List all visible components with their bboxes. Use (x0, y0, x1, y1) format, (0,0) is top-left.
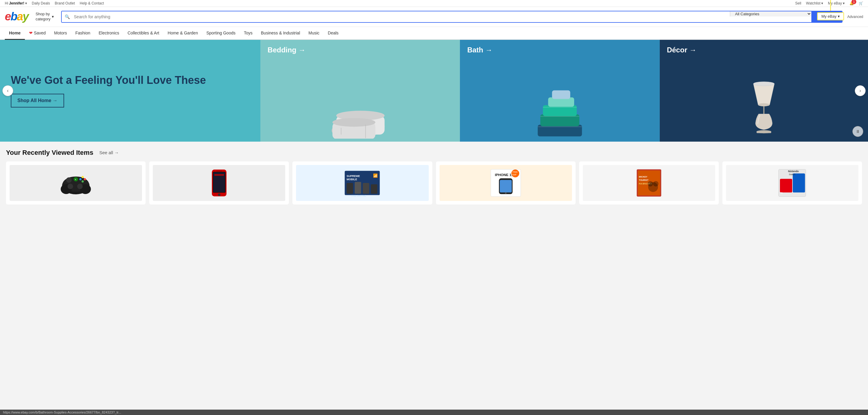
svg-text:✕: ✕ (74, 179, 76, 181)
svg-rect-39 (216, 170, 222, 171)
decor-image (660, 54, 868, 141)
svg-text:FREE SHIPPING: FREE SHIPPING (351, 195, 366, 196)
top-bar-left: Hi Jennifer!▾ Daily Deals Brand Outlet H… (5, 1, 104, 5)
svg-point-35 (77, 184, 83, 189)
brand-outlet-link[interactable]: Brand Outlet (55, 1, 75, 5)
list-item[interactable]: SUPREME MOBILE 📶 FREE SHIPPING (292, 161, 432, 204)
item-image-iphone-red (153, 165, 285, 201)
svg-rect-47 (355, 182, 361, 194)
xbox-controller-icon: ✕ (59, 170, 92, 195)
recently-viewed-items: ✕ (6, 161, 862, 204)
svg-point-66 (653, 181, 658, 186)
svg-rect-12 (543, 105, 577, 116)
svg-text:📶: 📶 (373, 173, 378, 178)
nav-saved[interactable]: ❤ Saved (25, 27, 50, 40)
watchlist-label: Watchlist (806, 1, 820, 5)
top-bar: Hi Jennifer!▾ Daily Deals Brand Outlet H… (0, 0, 868, 7)
svg-rect-46 (347, 183, 353, 194)
cart-icon[interactable]: 🛒 (859, 1, 863, 5)
daily-deals-link[interactable]: Daily Deals (32, 1, 50, 5)
nav-collectibles[interactable]: Collectibles & Art (123, 27, 164, 40)
svg-text:TOURIST: TOURIST (639, 179, 648, 182)
nav-toys[interactable]: Toys (240, 27, 257, 40)
hero-headline: We've Got a Feeling You'll Love These (11, 74, 250, 87)
bedding-label: Bedding → (260, 40, 460, 54)
svg-point-31 (66, 177, 72, 183)
ebay-logo[interactable]: ebay (5, 10, 28, 23)
greeting[interactable]: Hi Jennifer!▾ (5, 1, 27, 5)
svg-text:Switch: Switch (789, 173, 795, 175)
hero-decor-panel[interactable]: Décor → (660, 40, 868, 141)
my-ebay-highlight-label: My eBay (821, 14, 837, 19)
svg-point-38 (218, 193, 220, 196)
svg-rect-68 (780, 179, 792, 192)
nav-fashion[interactable]: Fashion (71, 27, 94, 40)
nav-sporting-goods[interactable]: Sporting Goods (202, 27, 240, 40)
recently-viewed-section: Your Recently Viewed Items See all → (0, 141, 868, 209)
list-item[interactable]: MICKEY TOURIST RIA BRASMER (579, 161, 719, 204)
nav-electronics[interactable]: Electronics (94, 27, 123, 40)
search-input[interactable] (73, 11, 730, 22)
logo-b: b (10, 10, 17, 23)
svg-point-7 (333, 118, 375, 127)
carousel-pause-button[interactable]: ⏸ (852, 126, 863, 137)
svg-rect-49 (371, 184, 377, 194)
logo-e: e (5, 10, 10, 23)
logo-a: a (17, 10, 23, 23)
help-contact-link[interactable]: Help & Contact (80, 1, 104, 5)
list-item[interactable]: 51 Nintendo Switch (722, 161, 862, 204)
svg-point-34 (68, 184, 73, 189)
lamp-illustration (748, 79, 780, 139)
svg-rect-48 (363, 183, 369, 194)
search-icon: 🔍 (62, 14, 73, 19)
svg-point-65 (648, 181, 653, 186)
main-nav: Home ❤ Saved Motors Fashion Electronics … (0, 27, 868, 40)
nav-business[interactable]: Business & Industrial (257, 27, 304, 40)
item-image-mickey-book: MICKEY TOURIST RIA BRASMER (583, 165, 715, 201)
hero-bath-panel[interactable]: Bath → (460, 40, 659, 141)
nav-home[interactable]: Home (5, 27, 25, 40)
svg-point-28 (84, 178, 86, 180)
my-ebay-highlight-caret: ▾ (838, 14, 840, 19)
svg-text:SHIP: SHIP (512, 173, 517, 175)
svg-text:MICKEY: MICKEY (639, 175, 647, 178)
svg-point-29 (80, 178, 82, 180)
item-image-nintendo: 51 Nintendo Switch (726, 165, 859, 201)
decor-label: Décor → (660, 40, 868, 54)
item-image-supreme-mobile: SUPREME MOBILE 📶 FREE SHIPPING (296, 165, 429, 201)
shop-by-category-button[interactable]: Shop by category ▾ (33, 10, 56, 24)
nav-music[interactable]: Music (304, 27, 324, 40)
svg-text:51: 51 (780, 192, 783, 194)
svg-text:IPHONE 11: IPHONE 11 (495, 173, 513, 177)
category-select[interactable]: All CategoriesAntiquesArtBabyBooksBusine… (730, 11, 811, 17)
nintendo-switch-icon: 51 Nintendo Switch (777, 168, 807, 198)
list-item[interactable] (149, 161, 289, 204)
shop-all-home-button[interactable]: Shop All Home → (11, 94, 64, 107)
svg-rect-69 (793, 173, 805, 193)
nav-deals[interactable]: Deals (323, 27, 343, 40)
item-image-xbox: ✕ (9, 165, 142, 201)
svg-text:FREE: FREE (513, 171, 518, 173)
advanced-search-link[interactable]: Advanced (847, 15, 863, 19)
list-item[interactable]: ✕ (6, 161, 146, 204)
annotation-arrow (826, 0, 835, 12)
nav-home-garden[interactable]: Home & Garden (164, 27, 202, 40)
svg-point-55 (505, 192, 506, 194)
svg-rect-41 (214, 174, 224, 176)
greeting-caret: ▾ (25, 1, 27, 5)
svg-rect-54 (500, 180, 512, 193)
mickey-book-icon: MICKEY TOURIST RIA BRASMER (634, 168, 664, 198)
svg-rect-10 (538, 125, 582, 136)
hero-bedding-panel[interactable]: Bedding → (260, 40, 460, 141)
my-ebay-highlighted: My eBay ▾ (817, 12, 844, 20)
bedding-image (260, 54, 460, 141)
see-all-link[interactable]: See all → (99, 150, 119, 155)
svg-point-19 (758, 103, 770, 106)
list-item[interactable]: IPHONE 11 FREE SHIP (436, 161, 576, 204)
carousel-prev-button[interactable]: ‹ (2, 85, 13, 96)
watchlist-dropdown[interactable]: Watchlist ▾ (806, 1, 823, 5)
sell-link[interactable]: Sell (795, 1, 801, 5)
nav-motors[interactable]: Motors (50, 27, 71, 40)
carousel-next-button[interactable]: › (855, 85, 866, 96)
notification-bell[interactable]: 🔔 1 (849, 1, 854, 5)
